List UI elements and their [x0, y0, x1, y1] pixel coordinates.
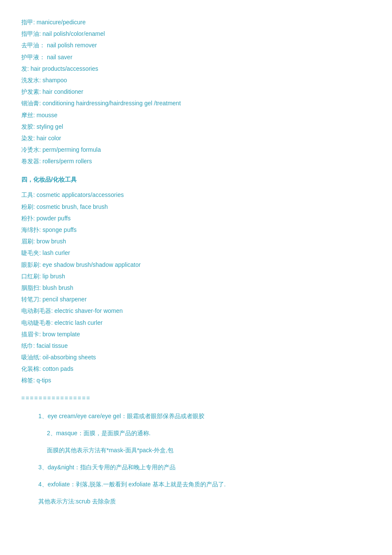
en-label: rollers/perm rollers [43, 158, 92, 165]
zh-label: 转笔刀: [21, 296, 43, 303]
note-2: 2、masque：面膜，是面膜产品的通称. [47, 427, 371, 439]
zh-label: 吸油纸: [21, 354, 43, 361]
note-number: 2、 [47, 430, 56, 436]
en-label: cotton pads [43, 365, 73, 372]
en-label: shampoo [43, 77, 67, 84]
main-content: 指甲: manicure/pedicure 指甲油: nail polish/c… [21, 17, 371, 507]
en-label: blush brush [43, 284, 73, 291]
en-label: cosmetic brush, face brush [37, 203, 108, 210]
note-text: 指白天专用的产品和晚上专用的产品 [80, 464, 176, 471]
zh-label: 口红刷: [21, 273, 43, 280]
en-label: facial tissue [37, 342, 68, 349]
list-item: 护发素: hair conditioner [21, 87, 371, 97]
en-label: powder puffs [37, 215, 71, 222]
note-label: masque [56, 430, 78, 436]
note-label: exfoliate [48, 481, 70, 488]
en-label: nail polish remover [45, 42, 97, 49]
note-colon: ： [70, 481, 76, 488]
en-label: lash curler [43, 249, 70, 256]
en-label: hair color [37, 135, 61, 142]
note-number: 3、 [38, 464, 48, 471]
list-item: 纸巾: facial tissue [21, 341, 371, 351]
zh-label: 指甲油: [21, 30, 43, 37]
list-item: 发: hair products/accessories [21, 64, 371, 74]
note-4: 4、exfoliate：剥落,脱落.一般看到 exfoliate 基本上就是去角… [38, 478, 371, 490]
list-item: 粉扑: powder puffs [21, 213, 371, 224]
list-item: 摩丝: mousse [21, 110, 371, 121]
en-label: hair conditioner [43, 88, 84, 95]
list-item: 指甲: manicure/pedicure [21, 17, 371, 28]
en-label: cosmetic applicators/accessories [37, 191, 124, 198]
note-4-extra: 其他表示方法:scrub 去除杂质 [38, 495, 371, 507]
section-divider: ================ [21, 395, 371, 402]
en-label: nail saver [45, 54, 72, 61]
en-label: conditioning hairdressing/hairdressing g… [43, 100, 181, 107]
en-label: lip brush [43, 273, 65, 280]
zh-label: 工具: [21, 191, 37, 198]
tools-section: 工具: cosmetic applicators/accessories 粉刷:… [21, 190, 371, 386]
en-label: mousse [37, 112, 58, 119]
list-item: 工具: cosmetic applicators/accessories [21, 190, 371, 200]
zh-label: 眉刷: [21, 238, 37, 245]
zh-label: 染发: [21, 135, 37, 142]
list-item: 转笔刀: pencil sharpener [21, 294, 371, 305]
list-item: 眼影刷: eye shadow brush/shadow applicator [21, 260, 371, 270]
list-item: 锢油膏: conditioning hairdressing/hairdress… [21, 98, 371, 109]
list-item: 护甲液： nail saver [21, 52, 371, 63]
list-item: 洗发水: shampoo [21, 75, 371, 86]
en-label: electric shaver-for women [55, 307, 123, 314]
note-label: day&night [48, 464, 74, 471]
zh-label: 冷烫水: [21, 146, 43, 153]
zh-label: 海绵扑: [21, 226, 43, 233]
zh-label: 眼影刷: [21, 261, 43, 268]
zh-label: 锢油膏: [21, 100, 43, 107]
list-item: 化装棉: cotton pads [21, 364, 371, 374]
list-item: 棉签: q-tips [21, 375, 371, 386]
list-item: 电动剃毛器: electric shaver-for women [21, 306, 371, 316]
note-colon: ： [121, 413, 127, 419]
zh-label: 去甲油： [21, 42, 45, 49]
list-item: 吸油纸: oil-absorbing sheets [21, 352, 371, 363]
zh-label: 粉刷: [21, 203, 37, 210]
list-item: 卷发器: rollers/perm rollers [21, 156, 371, 167]
zh-label: 化装棉: [21, 365, 43, 372]
zh-label: 胭脂扫: [21, 284, 43, 291]
note-colon: ： [78, 430, 84, 436]
en-label: hair products/accessories [31, 65, 98, 72]
list-item: 口红刷: lip brush [21, 271, 371, 282]
note-3: 3、day&night：指白天专用的产品和晚上专用的产品 [38, 461, 371, 473]
list-item: 眉刷: brow brush [21, 236, 371, 247]
en-label: q-tips [37, 377, 51, 384]
zh-label: 护发素: [21, 88, 43, 95]
list-item: 粉刷: cosmetic brush, face brush [21, 202, 371, 212]
list-item: 指甲油: nail polish/color/enamel [21, 29, 371, 39]
zh-label: 洗发水: [21, 77, 43, 84]
note-text: 眼霜或者眼部保养品或者眼胶 [127, 413, 205, 419]
list-item: 染发: hair color [21, 133, 371, 144]
en-label: pencil sharpener [43, 296, 87, 303]
note-number: 4、 [38, 481, 48, 488]
note-number: 1、 [38, 413, 48, 419]
note-extra-text: 其他表示方法:scrub 去除杂质 [38, 498, 116, 505]
note-text: 剥落,脱落.一般看到 exfoliate 基本上就是去角质的产品了. [76, 481, 226, 488]
list-item: 电动睫毛卷: electric lash curler [21, 318, 371, 328]
note-2-extra: 面膜的其他表示方法有*mask-面具*pack-外盒,包 [47, 444, 371, 456]
zh-label: 电动睫毛卷: [21, 319, 55, 326]
zh-label: 卷发器: [21, 158, 43, 165]
zh-label: 发胶: [21, 123, 37, 130]
list-item: 冷烫水: perm/perming formula [21, 145, 371, 155]
zh-label: 描眉卡: [21, 331, 43, 338]
note-text: 面膜，是面膜产品的通称. [84, 430, 151, 436]
zh-label: 粉扑: [21, 215, 37, 222]
list-item: 描眉卡: brow template [21, 329, 371, 340]
en-label: sponge puffs [43, 226, 77, 233]
en-label: perm/perming formula [43, 146, 101, 153]
note-colon: ： [74, 464, 80, 471]
note-label: eye cream/eye care/eye gel [48, 413, 121, 419]
note-extra-text: 面膜的其他表示方法有*mask-面具*pack-外盒,包 [47, 447, 173, 454]
zh-label: 睫毛夹: [21, 249, 43, 256]
en-label: eye shadow brush/shadow applicator [43, 261, 141, 268]
list-item: 海绵扑: sponge puffs [21, 225, 371, 235]
zh-label: 发: [21, 65, 31, 72]
list-item: 去甲油： nail polish remover [21, 40, 371, 51]
